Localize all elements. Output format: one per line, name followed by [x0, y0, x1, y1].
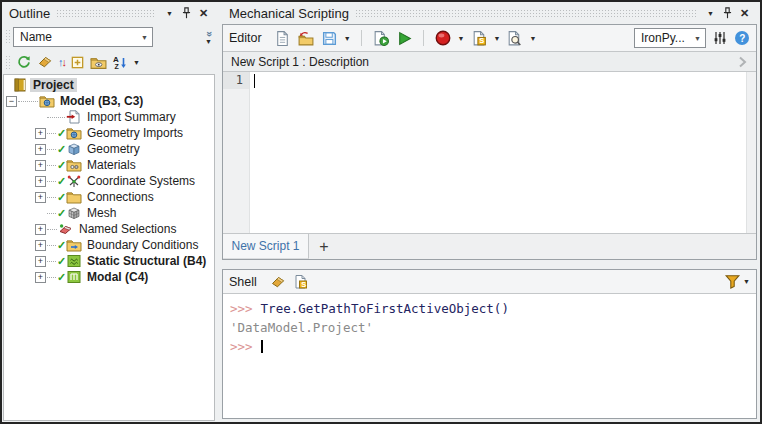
geometry-imports-icon — [66, 126, 82, 140]
recorded-script-icon[interactable]: S — [471, 30, 488, 47]
tree-row-materials[interactable]: + ✓ Materials — [4, 157, 214, 173]
expand-expander[interactable]: + — [35, 240, 46, 251]
boundary-conditions-icon — [66, 238, 82, 252]
open-script-icon[interactable] — [297, 30, 315, 47]
recorded-script-dropdown-icon[interactable]: ▼ — [494, 35, 501, 42]
expand-expander[interactable]: + — [35, 160, 46, 171]
filter-icon[interactable] — [724, 273, 741, 290]
clear-tree-filter-icon[interactable] — [37, 54, 53, 70]
tree-row-model[interactable]: − Model (B3, C3) — [4, 93, 214, 109]
scripting-menu-button[interactable]: ▼ — [702, 5, 719, 21]
svg-text:S: S — [301, 280, 306, 289]
run-icon[interactable] — [396, 30, 413, 47]
save-dropdown-icon[interactable]: ▼ — [344, 35, 351, 42]
toolbar-grip — [5, 29, 10, 45]
help-icon[interactable]: ? — [734, 30, 750, 46]
tree-row-boundary-conditions[interactable]: + ✓ Boundary Conditions — [4, 237, 214, 253]
expand-expander[interactable]: + — [35, 192, 46, 203]
expand-expander[interactable]: + — [35, 272, 46, 283]
tree-row-geometry-imports[interactable]: + ✓ Geometry Imports — [4, 125, 214, 141]
name-filter-value: Name — [20, 30, 52, 44]
refresh-icon[interactable] — [16, 54, 32, 70]
expand-expander[interactable]: + — [35, 144, 46, 155]
shell-console[interactable]: >>>Tree.GetPathToFirstActiveObject() 'Da… — [223, 294, 756, 418]
tree-row-project[interactable]: Project — [4, 77, 214, 93]
mechanical-scripting-panel: Mechanical Scripting ▼ ✕ Editor ▼ ▼ S ▼ — [221, 2, 760, 422]
svg-text:?: ? — [739, 33, 745, 44]
code-editor[interactable]: 1 — [223, 72, 756, 234]
save-script-icon[interactable] — [321, 30, 338, 47]
language-dropdown[interactable]: IronPy... ▼ — [634, 28, 706, 48]
view-script-dropdown-icon[interactable]: ▼ — [529, 35, 536, 42]
pin-icon[interactable] — [178, 5, 195, 21]
run-script-icon[interactable] — [372, 30, 390, 47]
tree-row-modal[interactable]: + ✓ Modal (C4) — [4, 269, 214, 285]
code-editing-surface[interactable] — [250, 72, 746, 233]
tree-row-mesh[interactable]: ✓ Mesh — [4, 205, 214, 221]
record-icon[interactable] — [434, 29, 452, 47]
script-description-bar[interactable]: New Script 1 : Description — [223, 51, 756, 72]
close-icon[interactable]: ✕ — [736, 5, 753, 21]
tree-row-static-structural[interactable]: + ✓ Static Structural (B4) — [4, 253, 214, 269]
editor-shell-splitter[interactable] — [222, 260, 757, 269]
editor-group: Editor ▼ ▼ S ▼ ▼ IronPy... ▼ — [222, 24, 757, 260]
static-structural-icon — [66, 254, 82, 268]
outline-panel: Outline ▼ ✕ Name ▼ » ▼ ↑↓ AZ ▼ — [2, 2, 216, 422]
expand-expander[interactable]: + — [35, 128, 46, 139]
expand-expander[interactable]: + — [35, 224, 46, 235]
expand-all-icon[interactable] — [70, 55, 85, 70]
project-tree: Project − Model (B3, C3) Import Summary … — [3, 74, 215, 421]
tree-row-named-selections[interactable]: + Named Selections — [4, 221, 214, 237]
project-icon — [12, 78, 28, 92]
tree-row-coordinate-systems[interactable]: + ✓ Coordinate Systems — [4, 173, 214, 189]
tree-row-connections[interactable]: + ✓ Connections — [4, 189, 214, 205]
view-script-icon[interactable] — [506, 30, 523, 47]
outline-titlebar: Outline ▼ ✕ — [2, 2, 216, 24]
outline-menu-button[interactable]: ▼ — [161, 5, 178, 21]
coordinate-systems-icon — [66, 174, 82, 188]
outline-toolbar: ↑↓ AZ ▼ — [2, 50, 216, 74]
new-script-icon[interactable] — [274, 30, 291, 47]
connections-icon — [66, 190, 82, 204]
name-filter-dropdown[interactable]: Name ▼ — [13, 27, 153, 47]
editor-settings-icon[interactable] — [712, 30, 728, 46]
shell-history-script-icon[interactable]: S — [293, 274, 309, 290]
add-script-tab-button[interactable]: + — [309, 234, 339, 259]
sort-alphabetical-icon[interactable]: AZ — [112, 54, 128, 70]
shell-command-line: >>>Tree.GetPathToFirstActiveObject() — [230, 299, 749, 318]
shell-output-line: 'DataModel.Project' — [230, 318, 749, 337]
pin-icon[interactable] — [719, 5, 736, 21]
modal-icon — [66, 270, 82, 284]
tab-new-script-1[interactable]: New Script 1 — [223, 234, 309, 259]
tree-row-import-summary[interactable]: Import Summary — [4, 109, 214, 125]
editor-toolbar: Editor ▼ ▼ S ▼ ▼ IronPy... ▼ — [223, 25, 756, 51]
toolbar-more-dropdown-icon[interactable]: ▼ — [133, 59, 140, 66]
clear-shell-icon[interactable] — [270, 274, 286, 290]
record-dropdown-icon[interactable]: ▼ — [458, 35, 465, 42]
editor-scrollbar[interactable] — [746, 72, 756, 233]
sort-filtered-items-icon[interactable]: ↑↓ — [58, 56, 65, 68]
close-icon[interactable]: ✕ — [195, 5, 212, 21]
line-number-gutter: 1 — [223, 72, 250, 233]
model-icon — [39, 94, 55, 108]
chevron-right-icon[interactable] — [734, 54, 750, 70]
outline-title: Outline — [9, 6, 50, 21]
show-suppressed-objects-icon[interactable] — [90, 55, 107, 70]
expand-expander[interactable]: + — [35, 176, 46, 187]
shell-toolbar: Shell S ▼ — [223, 270, 756, 294]
panel-drag-grip[interactable] — [56, 9, 155, 18]
expand-expander[interactable]: + — [35, 256, 46, 267]
toolbar-grip — [5, 55, 10, 69]
toolbar-overflow[interactable]: » ▼ — [205, 30, 212, 45]
outline-filter-row: Name ▼ » ▼ — [2, 24, 216, 50]
shell-group: Shell S ▼ >>>Tree.GetPathToFirstActiveOb… — [222, 269, 757, 419]
shell-caret — [261, 340, 263, 353]
filter-dropdown-icon[interactable]: ▼ — [743, 278, 750, 285]
tree-row-geometry[interactable]: + ✓ Geometry — [4, 141, 214, 157]
panel-drag-grip[interactable] — [355, 9, 696, 18]
chevron-down-icon: ▼ — [141, 34, 148, 41]
overflow-chevrons-icon: » — [205, 31, 213, 37]
language-value: IronPy... — [641, 31, 685, 45]
collapse-expander[interactable]: − — [6, 96, 17, 107]
script-tab-bar: New Script 1 + — [223, 234, 756, 259]
